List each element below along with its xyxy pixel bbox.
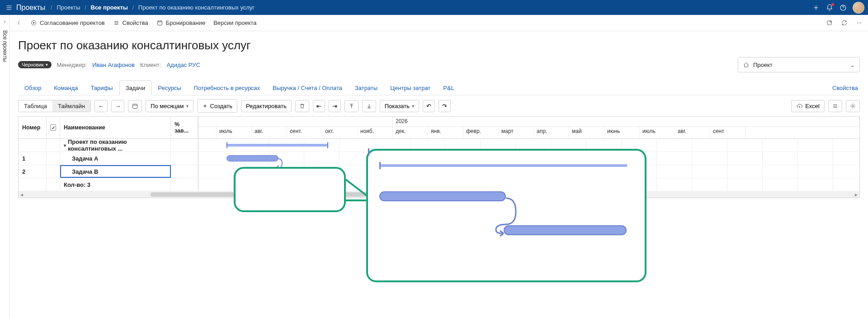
topbar: Проекты / Проекты / Все проекты / Проект… <box>0 0 868 15</box>
brand: Проекты <box>16 4 45 12</box>
svg-point-1 <box>843 9 844 9</box>
crumb-projects[interactable]: Проекты <box>57 4 80 11</box>
menu-button[interactable] <box>4 2 14 13</box>
notification-dot <box>831 3 834 6</box>
avatar[interactable] <box>853 2 864 14</box>
breadcrumb: / Проекты / Все проекты / Проект по оказ… <box>48 4 255 11</box>
crumb-project[interactable]: Проект по оказанию консалтинговых услуг <box>138 4 255 11</box>
help-button[interactable] <box>836 1 850 14</box>
crumb-all-projects[interactable]: Все проекты <box>91 4 128 11</box>
notifications-button[interactable] <box>823 1 836 14</box>
add-button[interactable] <box>809 1 823 14</box>
